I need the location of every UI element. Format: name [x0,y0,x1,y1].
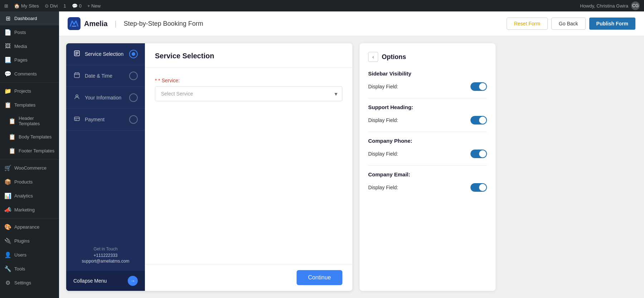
service-select[interactable]: Select Service [155,86,342,101]
wp-logo[interactable]: ⊞ [4,3,8,9]
your-info-circle [129,93,138,102]
company-phone-title: Company Phone: [368,138,487,144]
sidebar-item-media[interactable]: 🖼 Media [0,39,59,53]
sidebar-item-footer-templates[interactable]: 📋 Footer Templates [0,144,59,158]
sidebar-item-pages[interactable]: 📃 Pages [0,53,59,67]
sidebar-item-projects[interactable]: 📁 Projects [0,84,59,98]
comment-icon: 💬 [72,3,78,9]
my-sites-link[interactable]: 🏠 My Sites [14,3,39,9]
options-divider-2 [368,132,487,132]
users-icon: 👤 [4,251,11,258]
display-field-label-1: Display Field: [368,84,398,89]
avatar[interactable]: CG [631,1,640,10]
booking-nav-payment[interactable]: Payment [66,109,145,131]
booking-nav-your-information[interactable]: Your Information [66,87,145,109]
service-selection-icon [73,50,80,58]
svg-rect-4 [74,117,79,121]
date-time-icon [73,72,80,80]
content-area: Service Selection [59,36,644,298]
comments-icon: 💬 [4,70,11,77]
sidebar-divider-3 [0,218,59,219]
plugins-icon: 🔌 [4,238,11,244]
display-field-label-2: Display Field: [368,117,398,123]
svg-rect-2 [74,73,79,78]
options-title: Options [382,53,406,61]
pages-icon: 📃 [4,57,11,63]
header-templates-icon: 📋 [9,118,16,124]
options-header: ‹ Options [368,52,487,62]
continue-button[interactable]: Continue [297,270,342,285]
go-back-button[interactable]: Go Back [551,18,586,30]
svg-point-3 [76,95,78,97]
sidebar-item-marketing[interactable]: 📣 Marketing [0,203,59,217]
new-link[interactable]: + New [87,3,101,9]
payment-icon [73,116,80,123]
collapse-arrow-icon: → [128,276,138,286]
service-field-label: * * Service: [155,78,342,83]
sidebar: ⊞ Dashboard 📄 Posts 🖼 Media 📃 Pages 💬 Co… [0,11,59,298]
display-field-row-3: Display Field: [368,150,487,158]
sidebar-divider-2 [0,159,59,160]
sidebar-item-appearance[interactable]: 🎨 Appearance [0,220,59,234]
projects-icon: 📁 [4,88,11,94]
top-bar: ⊞ 🏠 My Sites ⊙ Divi 1 💬 0 + New Howdy, C… [0,0,644,11]
media-icon: 🖼 [4,43,11,49]
page-wrapper: ⊞ Dashboard 📄 Posts 🖼 Media 📃 Pages 💬 Co… [0,11,644,298]
booking-nav-date-time[interactable]: Date & Time [66,65,145,87]
appearance-icon: 🎨 [4,224,11,230]
reset-form-button[interactable]: Reset Form [507,18,548,30]
phone-number: +111222333 [73,253,138,258]
top-bar-right: Howdy, Christina Gwira CG [580,1,640,10]
howdy-text: Howdy, Christina Gwira [580,3,628,9]
display-field-toggle-3[interactable] [470,150,487,158]
display-field-toggle-1[interactable] [470,82,487,91]
booking-nav: Service Selection [66,43,145,291]
booking-content-header: Service Selection [145,43,352,68]
sidebar-item-tools[interactable]: 🔧 Tools [0,262,59,276]
comments-link[interactable]: 💬 0 [72,3,82,9]
brand-name: Amelia [84,20,108,28]
display-field-label-3: Display Field: [368,151,398,157]
display-field-toggle-4[interactable] [470,183,487,192]
date-time-circle [129,72,138,80]
display-field-toggle-2[interactable] [470,116,487,124]
footer-templates-icon: 📋 [9,147,16,154]
header-actions: Reset Form Go Back Publish Form [507,18,635,30]
display-field-row-4: Display Field: [368,183,487,192]
sidebar-divider-1 [0,82,59,83]
service-required-star: * [155,78,158,83]
service-select-wrapper: Select Service ▾ [155,86,342,101]
body-templates-icon: 📋 [9,133,16,140]
divi-icon: ⊙ [45,3,49,9]
amelia-brand: Amelia [68,17,108,30]
sidebar-item-templates[interactable]: 📋 Templates [0,98,59,112]
options-back-button[interactable]: ‹ [368,52,378,62]
display-field-row-1: Display Field: [368,82,487,91]
sidebar-item-dashboard[interactable]: ⊞ Dashboard [0,11,59,25]
templates-icon: 📋 [4,102,11,108]
sidebar-item-analytics[interactable]: 📊 Analytics [0,189,59,203]
publish-form-button[interactable]: Publish Form [589,18,635,30]
divi-count[interactable]: 1 [64,3,66,9]
sidebar-item-users[interactable]: 👤 Users [0,248,59,262]
sidebar-item-comments[interactable]: 💬 Comments [0,67,59,81]
sidebar-item-header-templates[interactable]: 📋 Header Templates [0,112,59,130]
options-panel: ‹ Options Sidebar Visibility Display Fie… [360,43,496,291]
booking-nav-service-selection[interactable]: Service Selection [66,43,145,65]
dashboard-icon: ⊞ [4,15,11,22]
service-selection-circle [129,50,138,58]
booking-content: Service Selection * * Service: Select Se… [145,43,352,291]
sidebar-item-woocommerce[interactable]: 🛒 WooCommerce [0,161,59,175]
collapse-menu-button[interactable]: Collapse Menu → [66,271,145,291]
service-selection-circle-inner [132,52,135,56]
booking-content-title: Service Selection [155,52,214,60]
products-icon: 📦 [4,179,11,185]
sidebar-item-plugins[interactable]: 🔌 Plugins [0,234,59,248]
sidebar-item-settings[interactable]: ⚙ Settings [0,276,59,290]
divi-link[interactable]: ⊙ Divi [45,3,58,9]
sidebar-item-products[interactable]: 📦 Products [0,175,59,189]
sidebar-item-posts[interactable]: 📄 Posts [0,25,59,39]
sidebar-item-body-templates[interactable]: 📋 Body Templates [0,130,59,144]
booking-content-body: * * Service: Select Service ▾ [145,68,352,264]
page-header: Amelia | Step-by-Step Booking Form Reset… [59,11,644,36]
